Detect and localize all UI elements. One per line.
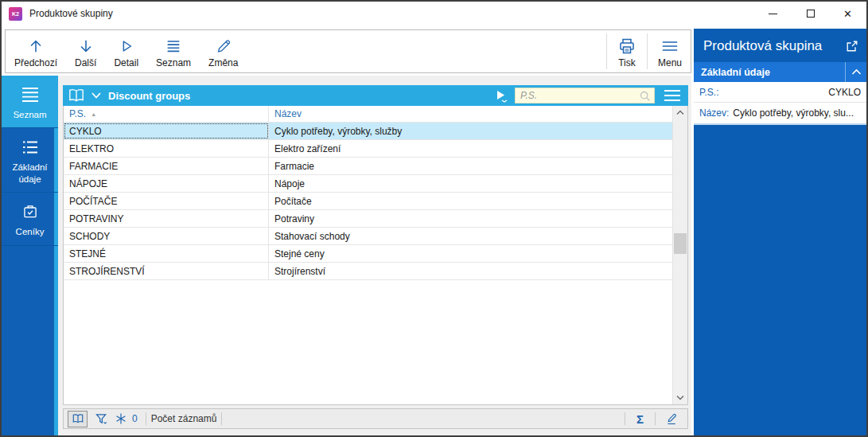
menu-label: Menu (658, 57, 682, 68)
vertical-scrollbar[interactable] (672, 106, 687, 404)
toolbar-spacer (247, 30, 605, 72)
book-icon[interactable] (68, 88, 85, 103)
sidebar-item-zakladni-udaje[interactable]: Základní údaje (2, 128, 58, 193)
column-header-row: P.S. ▲ Název (64, 106, 672, 123)
sum-icon[interactable]: Σ (630, 412, 650, 426)
maximize-icon (807, 10, 815, 18)
sort-asc-icon: ▲ (91, 111, 96, 117)
change-label: Změna (208, 57, 238, 68)
change-button[interactable]: Změna (200, 30, 247, 72)
chevron-up-icon[interactable] (846, 62, 866, 82)
titlebar: K2 Produktové skupiny ✕ (2, 2, 866, 25)
field-value: Cyklo potřeby, výrobky, slu... (733, 107, 861, 119)
k2-logo-icon: K2 (9, 7, 22, 21)
table-row[interactable]: SCHODY Stahovací schody (64, 228, 672, 245)
minimize-button[interactable] (754, 2, 792, 25)
cell-nazev[interactable]: Strojírenství (269, 263, 672, 279)
chevron-down-icon[interactable] (91, 92, 102, 99)
previous-label: Předchozí (14, 57, 57, 68)
filter-icon[interactable] (91, 412, 111, 426)
cell-nazev[interactable]: Nápoje (269, 175, 672, 192)
menu-lines-icon (660, 36, 680, 57)
table-row[interactable]: ELEKTRO Elektro zařízení (64, 140, 672, 158)
column-header-ps[interactable]: P.S. ▲ (64, 106, 269, 122)
list-lines-icon (20, 86, 41, 103)
detail-section-header[interactable]: Základní údaje (694, 62, 866, 82)
frozen-count: 0 (132, 413, 138, 424)
window-controls: ✕ (754, 2, 866, 25)
pencil-icon (215, 36, 232, 57)
cell-nazev[interactable]: Potraviny (269, 210, 672, 227)
close-icon: ✕ (843, 8, 852, 20)
scroll-down-icon[interactable] (673, 391, 687, 404)
print-button[interactable]: Tisk (609, 30, 645, 72)
sidebar: Seznam Základní údaje Ceníky (2, 76, 58, 435)
cell-nazev[interactable]: Stahovací schody (269, 228, 672, 244)
cell-ps[interactable]: POČÍTAČE (64, 193, 269, 209)
toolbar-separator (647, 33, 648, 69)
column-header-nazev[interactable]: Název (269, 106, 672, 122)
cell-ps[interactable]: FARMACIE (64, 158, 269, 174)
cell-nazev[interactable]: Farmacie (269, 158, 672, 174)
cell-ps[interactable]: POTRAVINY (64, 210, 269, 227)
cell-nazev[interactable]: Elektro zařízení (269, 140, 672, 157)
scroll-up-icon[interactable] (673, 106, 687, 119)
table-row[interactable]: CYKLO Cyklo potřeby, výrobky, služby (64, 123, 672, 140)
list-label: Seznam (156, 57, 191, 68)
close-button[interactable]: ✕ (829, 2, 866, 25)
grid-table: P.S. ▲ Název CYKLO Cyklo potřeby, výrobk… (64, 106, 672, 404)
table-row[interactable]: NÁPOJE Nápoje (64, 175, 672, 193)
statusbar-separator (146, 412, 146, 425)
cell-nazev[interactable]: Stejné ceny (269, 245, 672, 262)
cell-ps[interactable]: NÁPOJE (64, 175, 269, 192)
scrollbar-track[interactable] (673, 119, 687, 391)
next-button[interactable]: Další (66, 30, 105, 72)
detail-field-ps: P.S.: CYKLO (694, 82, 866, 103)
cell-ps[interactable]: ELEKTRO (64, 140, 269, 157)
printer-icon (617, 36, 636, 57)
sidebar-item-seznam[interactable]: Seznam (2, 76, 58, 128)
edit-pencil-icon[interactable] (660, 412, 683, 426)
cell-ps[interactable]: STROJÍRENSTVÍ (64, 263, 269, 279)
toolbar-separator (606, 33, 607, 69)
search-input[interactable] (516, 90, 639, 101)
window-title: Produktové skupiny (29, 8, 754, 19)
grid-header-bar: Discount groups (63, 85, 688, 106)
sidebar-item-ceniky[interactable]: Ceníky (2, 193, 58, 245)
statusbar-separator (221, 412, 222, 425)
statusbar-separator (655, 412, 656, 425)
detail-section-title: Základní údaje (694, 67, 845, 78)
table-row[interactable]: POČÍTAČE Počítače (64, 193, 672, 210)
grid-menu-icon[interactable] (660, 88, 685, 103)
detail-button[interactable]: Detail (105, 30, 147, 72)
frozen-records-icon[interactable] (111, 412, 130, 425)
list-button[interactable]: Seznam (147, 30, 200, 72)
book-view-button[interactable] (68, 411, 88, 427)
cell-nazev[interactable]: Počítače (269, 193, 672, 209)
cell-ps[interactable]: STEJNÉ (64, 245, 269, 262)
cell-ps[interactable]: CYKLO (64, 123, 269, 139)
detail-fields: P.S.: CYKLO Název: Cyklo potřeby, výrobk… (694, 82, 866, 125)
previous-button[interactable]: Předchozí (6, 30, 66, 72)
scrollbar-thumb[interactable] (674, 233, 687, 254)
external-link-icon[interactable] (846, 40, 858, 53)
briefcase-check-icon (22, 203, 38, 220)
minimize-icon (769, 14, 777, 14)
table-row[interactable]: STROJÍRENSTVÍ Strojírenství (64, 263, 672, 280)
statusbar: 0 Počet záznamů Σ (63, 408, 688, 429)
table-row[interactable]: POTRAVINY Potraviny (64, 210, 672, 228)
field-label: P.S.: (699, 87, 718, 98)
search-box (515, 88, 655, 103)
print-label: Tisk (618, 57, 636, 68)
menu-button[interactable]: Menu (649, 30, 691, 72)
sidebar-item-label: Základní údaje (3, 162, 56, 185)
table-row[interactable]: STEJNÉ Stejné ceny (64, 245, 672, 263)
play-filter-icon[interactable] (494, 88, 508, 103)
sidebar-item-label: Seznam (13, 109, 46, 120)
field-label: Název: (699, 107, 729, 119)
detail-field-nazev: Název: Cyklo potřeby, výrobky, slu... (694, 103, 866, 123)
cell-ps[interactable]: SCHODY (64, 228, 269, 244)
cell-nazev[interactable]: Cyklo potřeby, výrobky, služby (269, 123, 672, 139)
table-row[interactable]: FARMACIE Farmacie (64, 158, 672, 175)
maximize-button[interactable] (792, 2, 829, 25)
